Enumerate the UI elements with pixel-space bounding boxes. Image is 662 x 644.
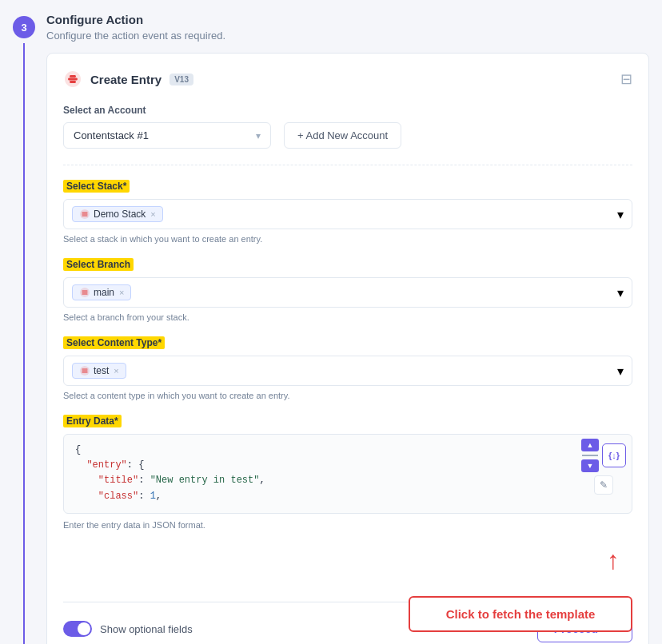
stack-chevron-icon: ▾ [617, 207, 624, 222]
branch-dropdown[interactable]: main × ▾ [63, 277, 632, 308]
toolbar-top-row: ▲ ▼ {↓} [581, 439, 626, 472]
stack-tag: Demo Stack × [72, 206, 163, 222]
branch-label: Select Branch [63, 258, 134, 271]
stack-tag-icon [79, 209, 90, 220]
content-type-chevron-icon: ▾ [617, 364, 624, 379]
scroll-down-button[interactable]: ▼ [581, 459, 599, 472]
docs-icon[interactable]: ⊟ [620, 70, 632, 88]
account-selected-value: Contentstack #1 [74, 129, 149, 141]
branch-chevron-icon: ▾ [617, 285, 624, 300]
account-section: Select an Account Contentstack #1 ▾ + Ad… [63, 105, 632, 149]
account-dropdown[interactable]: Contentstack #1 ▾ [63, 122, 271, 149]
content-type-field-section: Select Content Type* test × ▾ [63, 335, 632, 400]
code-line-1: { [75, 443, 620, 458]
content-type-tag-text: test [94, 365, 109, 376]
step-number: 3 [13, 16, 35, 38]
add-account-label: + Add New Account [297, 129, 388, 141]
edit-button[interactable]: ✎ [594, 475, 613, 495]
code-line-3: "title": "New entry in test", [75, 473, 620, 488]
main-content: Configure Action Configure the action ev… [46, 13, 649, 644]
content-type-tag-icon [79, 365, 90, 376]
content-type-label: Select Content Type* [63, 336, 165, 349]
entry-data-label: Entry Data* [63, 415, 122, 427]
content-type-tag: test × [72, 363, 126, 379]
card-header-left: Create Entry V13 [63, 70, 193, 89]
account-label: Select an Account [63, 105, 632, 116]
code-line-4: "class": 1, [75, 489, 620, 504]
arrow-up-icon: ↑ [607, 547, 620, 573]
step-indicator: 3 [13, 13, 35, 644]
stack-tag-text: Demo Stack [94, 209, 146, 220]
fetch-template-button[interactable]: {↓} [602, 443, 626, 467]
branch-tags: main × [72, 284, 131, 300]
stack-field-section: Select Stack* Demo Stack × ▾ [63, 178, 632, 244]
account-row: Contentstack #1 ▾ + Add New Account [63, 122, 632, 149]
content-type-dropdown[interactable]: test × ▾ [63, 356, 632, 386]
section-divider [63, 165, 632, 165]
card-title: Create Entry [90, 73, 162, 86]
stack-label: Select Stack* [63, 180, 130, 193]
content-type-hint: Select a content type in which you want … [63, 391, 632, 400]
content-type-tags: test × [72, 363, 126, 379]
tooltip-text: Click to fetch the template [446, 607, 596, 621]
branch-field-section: Select Branch main × ▾ S [63, 256, 632, 322]
code-toolbar: ▲ ▼ {↓} ✎ [581, 439, 626, 495]
code-line-2: "entry": { [75, 458, 620, 473]
fetch-template-icon: {↓} [608, 451, 620, 460]
card-header: Create Entry V13 ⊟ [63, 70, 632, 89]
optional-fields-toggle[interactable] [63, 621, 92, 637]
toggle-label: Show optional fields [100, 623, 193, 635]
branch-hint: Select a branch from your stack. [63, 312, 632, 322]
code-area-wrapper: { "entry": { "title": "New entry in test… [63, 434, 632, 514]
page-subtitle: Configure the action event as required. [46, 30, 649, 42]
branch-tag-icon [79, 287, 90, 298]
branch-tag: main × [72, 284, 131, 300]
tooltip-box: Click to fetch the template [409, 596, 632, 632]
contentstack-logo-icon [63, 70, 82, 89]
branch-tag-close[interactable]: × [119, 288, 124, 297]
toggle-row: Show optional fields [63, 621, 193, 637]
page-title: Configure Action [46, 13, 649, 26]
divider-line [582, 455, 598, 456]
content-type-tag-close[interactable]: × [114, 366, 118, 376]
configure-card: Create Entry V13 ⊟ Select an Account Con… [46, 53, 649, 644]
version-badge: V13 [169, 74, 193, 85]
entry-data-code-area[interactable]: { "entry": { "title": "New entry in test… [63, 434, 632, 514]
stack-hint: Select a stack in which you want to crea… [63, 234, 632, 244]
scroll-up-button[interactable]: ▲ [581, 439, 599, 451]
chevron-down-icon: ▾ [256, 130, 261, 141]
stack-dropdown[interactable]: Demo Stack × ▾ [63, 199, 632, 229]
add-account-button[interactable]: + Add New Account [284, 122, 401, 149]
entry-data-hint: Enter the entry data in JSON format. [63, 520, 632, 530]
step-line [23, 43, 25, 644]
branch-tag-text: main [94, 287, 114, 298]
stack-tags: Demo Stack × [72, 206, 163, 222]
stack-tag-close[interactable]: × [150, 209, 155, 219]
toggle-knob [78, 622, 90, 635]
entry-data-section: Entry Data* { "entry": { "title": "New e… [63, 413, 632, 530]
